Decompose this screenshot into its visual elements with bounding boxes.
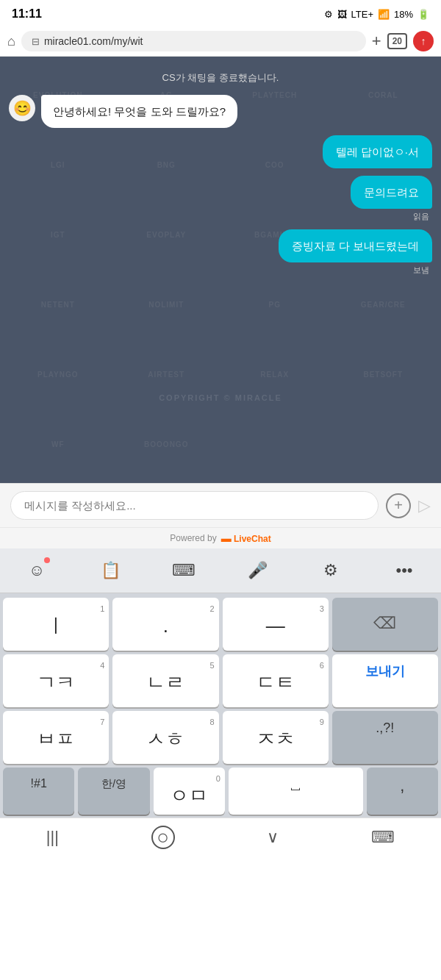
system-message: CS가 채팅을 종료했습니다. <box>9 68 432 87</box>
emoji-notification-dot <box>44 557 50 563</box>
network-type: LTE+ <box>351 9 373 20</box>
key-1-pipe[interactable]: 1 ㅣ <box>3 598 109 651</box>
key-comma[interactable]: , <box>367 768 438 815</box>
mic-button[interactable]: 🎤 <box>241 554 273 587</box>
upload-button[interactable]: ↑ <box>413 31 434 51</box>
key-0-om[interactable]: 0 ㅇㅁ <box>154 768 225 815</box>
livechat-logo: ▬ LiveChat <box>221 532 271 544</box>
more-button[interactable]: ••• <box>388 554 420 587</box>
chat-input[interactable] <box>10 491 379 520</box>
msg-status-2: 읽음 <box>413 211 432 222</box>
key-8-sh[interactable]: 8 ㅅㅎ <box>112 711 218 764</box>
clipboard-icon: 📋 <box>101 561 121 580</box>
user-bubble-2: 문의드려요 <box>351 176 432 209</box>
nav-keyboard-button[interactable]: ⌨ <box>371 828 395 847</box>
url-text: miracle01.com/my/wit <box>44 35 143 47</box>
browser-bar: ⌂ ⊟ miracle01.com/my/wit + 20 ↑ <box>0 26 441 57</box>
signal-icon: 📶 <box>378 9 390 20</box>
key-punctuation[interactable]: .,?! <box>332 711 438 764</box>
status-time: 11:11 <box>12 7 42 21</box>
user-message-2: 문의드려요 읽음 <box>9 176 432 222</box>
emoji-icon: ☺ <box>29 561 45 580</box>
tab-count[interactable]: 20 <box>387 33 407 49</box>
status-icons: ⚙ 🖼 LTE+ 📶 18% 🔋 <box>324 9 430 20</box>
livechat-bar: Powered by ▬ LiveChat <box>0 527 441 548</box>
user-bubble-3: 증빙자료 다 보내드렸는데 <box>279 229 432 262</box>
keyboard-row-1: 1 ㅣ 2 . 3 — ⌫ <box>3 598 438 651</box>
keyboard-row-2: 4 ㄱㅋ 5 ㄴㄹ 6 ㄷㅌ 보내기 <box>3 654 438 707</box>
key-send[interactable]: 보내기 <box>332 654 438 707</box>
gear-icon: ⚙ <box>323 561 338 580</box>
keyboard-rows: 1 ㅣ 2 . 3 — ⌫ 4 ㄱㅋ 5 ㄴㄹ <box>0 593 441 818</box>
chat-area: Evolution AG PlayTech Coral LGI BNG COO … <box>0 57 441 483</box>
home-icon[interactable]: ⌂ <box>7 34 15 49</box>
user-message-3: 증빙자료 다 보내드렸는데 보냄 <box>9 229 432 276</box>
nav-menu-button[interactable]: ||| <box>46 828 59 847</box>
chat-input-area: + ▷ <box>0 483 441 527</box>
emoji-button[interactable]: ☺ <box>21 554 53 587</box>
key-5-nr[interactable]: 5 ㄴㄹ <box>112 654 218 707</box>
send-button[interactable]: ▷ <box>418 496 431 515</box>
settings-icon: ⚙ <box>324 9 333 20</box>
key-4-gk[interactable]: 4 ㄱㅋ <box>3 654 109 707</box>
arrow-icon: ↑ <box>421 35 426 47</box>
keyboard-switch-button[interactable]: ⌨ <box>168 554 200 587</box>
messages-container: CS가 채팅을 종료했습니다. 😊 안녕하세요! 무엇을 도와 드릴까요? 텔레… <box>0 57 441 483</box>
key-2-dot[interactable]: 2 . <box>112 598 218 651</box>
keyboard-row-4: !#1 한/영 0 ㅇㅁ ⎵ , <box>3 768 438 815</box>
keyboard-row-3: 7 ㅂㅍ 8 ㅅㅎ 9 ㅈㅊ .,?! <box>3 711 438 764</box>
nav-home-button[interactable]: ○ <box>151 826 175 849</box>
bot-message-row: 😊 안녕하세요! 무엇을 도와 드릴까요? <box>9 95 432 128</box>
keyboard-section: ☺ 📋 ⌨ 🎤 ⚙ ••• 1 ㅣ 2 . <box>0 548 441 818</box>
msg-status-3: 보냄 <box>413 265 432 276</box>
user-bubble-1: 텔레 답이없ㅇ·서 <box>323 135 432 168</box>
keyboard-toolbar: ☺ 📋 ⌨ 🎤 ⚙ ••• <box>0 548 441 593</box>
powered-by-text: Powered by <box>170 533 216 543</box>
user-message-1: 텔레 답이없ㅇ·서 <box>9 135 432 168</box>
backspace-icon: ⌫ <box>373 614 396 633</box>
battery-icon: 🔋 <box>417 9 429 20</box>
keyboard-icon: ⌨ <box>172 561 196 580</box>
more-icon: ••• <box>395 561 412 580</box>
key-space[interactable]: ⎵ <box>229 768 363 815</box>
key-7-bp[interactable]: 7 ㅂㅍ <box>3 711 109 764</box>
nav-back-button[interactable]: ∨ <box>267 828 279 847</box>
key-lang-switch[interactable]: 한/영 <box>78 768 149 815</box>
url-box[interactable]: ⊟ miracle01.com/my/wit <box>21 31 366 51</box>
clipboard-button[interactable]: 📋 <box>94 554 126 587</box>
bot-avatar: 😊 <box>9 95 35 121</box>
settings-button[interactable]: ⚙ <box>315 554 347 587</box>
key-3-dash[interactable]: 3 — <box>223 598 329 651</box>
mic-icon: 🎤 <box>248 561 268 580</box>
image-icon: 🖼 <box>337 9 347 20</box>
status-bar: 11:11 ⚙ 🖼 LTE+ 📶 18% 🔋 <box>0 0 441 26</box>
key-backspace[interactable]: ⌫ <box>332 598 438 651</box>
new-tab-button[interactable]: + <box>372 32 381 51</box>
key-9-jch[interactable]: 9 ㅈㅊ <box>223 711 329 764</box>
battery-percent: 18% <box>394 9 413 20</box>
url-icon: ⊟ <box>32 36 40 47</box>
key-special-chars[interactable]: !#1 <box>3 768 74 815</box>
nav-bar: ||| ○ ∨ ⌨ <box>0 818 441 859</box>
attach-button[interactable]: + <box>386 493 411 518</box>
key-6-dt[interactable]: 6 ㄷㅌ <box>223 654 329 707</box>
bot-bubble: 안녕하세요! 무엇을 도와 드릴까요? <box>41 95 237 128</box>
browser-actions: + 20 ↑ <box>372 31 434 51</box>
